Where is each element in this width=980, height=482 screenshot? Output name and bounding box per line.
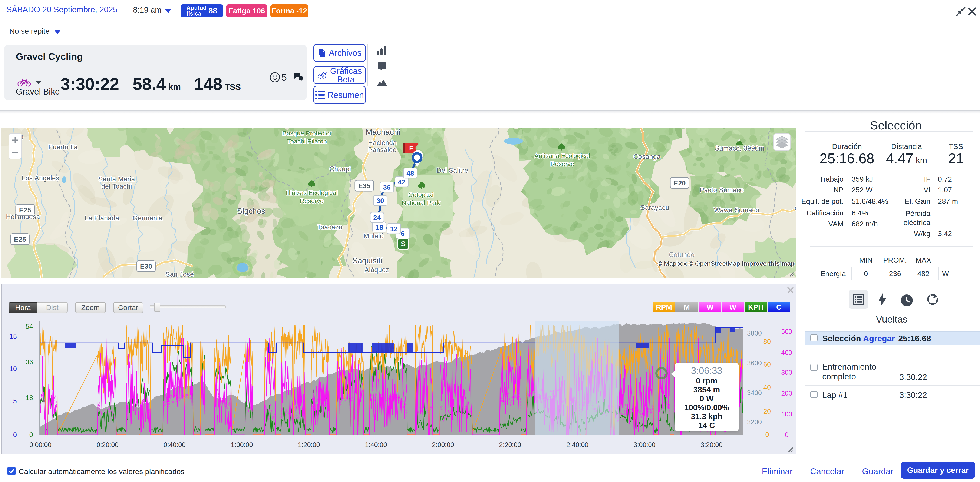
svg-text:Reserve: Reserve [550,160,574,167]
svg-text:Wawa Sumaco: Wawa Sumaco [714,206,759,214]
svg-text:0:40:00: 0:40:00 [164,441,185,449]
svg-text:Reserve: Reserve [300,197,324,204]
svg-text:Machachi: Machachi [366,128,400,137]
svg-text:60: 60 [764,361,771,368]
svg-text:40: 40 [764,383,771,391]
svg-text:42: 42 [398,178,406,186]
svg-text:E25: E25 [19,206,31,214]
svg-text:0: 0 [13,431,17,439]
svg-text:3400: 3400 [747,389,762,397]
svg-text:Chaupi: Chaupi [329,165,351,173]
svg-text:S: S [401,240,406,248]
svg-text:© Mapbox © OpenStreetMap Impro: © Mapbox © OpenStreetMap Improve this ma… [657,260,795,267]
svg-text:5: 5 [13,398,17,405]
svg-text:0: 0 [765,431,769,438]
svg-text:3:20:00: 3:20:00 [700,441,722,449]
svg-text:3600: 3600 [747,360,762,367]
svg-text:0: 0 [29,431,33,439]
svg-text:0:00:00: 0:00:00 [29,441,51,449]
svg-text:1:00:00: 1:00:00 [231,441,253,449]
svg-text:54: 54 [26,323,33,330]
svg-text:San José: San José [165,270,194,278]
svg-text:Germania: Germania [133,215,162,222]
svg-text:E30: E30 [140,262,152,270]
svg-text:Saquisilí: Saquisilí [353,256,383,265]
svg-text:2:40:00: 2:40:00 [566,441,588,449]
svg-text:36: 36 [26,358,33,366]
svg-text:3:00:00: 3:00:00 [633,441,655,449]
svg-text:18: 18 [375,224,383,231]
svg-text:Sarayacu: Sarayacu [641,204,669,212]
svg-text:Antisana Ecological: Antisana Ecological [535,152,590,159]
svg-text:300: 300 [781,369,792,376]
svg-text:Aláquez: Aláquez [364,266,389,274]
svg-text:10: 10 [10,365,17,372]
svg-text:36: 36 [383,183,391,191]
svg-text:Cosanga: Cosanga [633,153,661,160]
svg-text:500: 500 [781,328,792,335]
svg-text:1:40:00: 1:40:00 [365,441,387,449]
svg-text:E25: E25 [14,235,26,243]
svg-text:Bosque Protector: Bosque Protector [282,130,332,137]
svg-text:E35: E35 [358,182,371,190]
svg-text:Cotundo: Cotundo [669,251,695,258]
svg-text:Del Salitre: Del Salitre [437,167,468,174]
svg-text:Pacto Sumaco: Pacto Sumaco [700,186,744,194]
svg-text:15: 15 [10,333,17,340]
svg-text:Mulaló: Mulaló [364,232,383,240]
svg-text:200: 200 [781,390,792,397]
svg-text:Toachi Pilaton: Toachi Pilaton [287,138,327,145]
svg-text:La Planada: La Planada [85,215,119,222]
svg-text:del Toachi: del Toachi [101,183,132,190]
svg-text:2:20:00: 2:20:00 [499,441,521,449]
svg-text:Puerto Ila: Puerto Ila [48,143,78,151]
svg-text:24: 24 [373,214,381,221]
svg-text:6: 6 [401,230,404,237]
svg-text:12: 12 [390,225,398,233]
svg-text:Sigchos: Sigchos [237,207,265,215]
svg-text:48: 48 [406,169,414,177]
svg-text:F: F [409,145,413,151]
svg-text:0:20:00: 0:20:00 [97,441,118,449]
svg-text:400: 400 [781,349,792,356]
svg-text:100: 100 [781,410,792,418]
svg-text:1:20:00: 1:20:00 [298,441,320,449]
svg-text:20: 20 [764,408,771,415]
svg-text:Santa Maria: Santa Maria [99,175,135,183]
svg-text:3200: 3200 [747,418,762,426]
svg-text:E20: E20 [674,179,686,187]
svg-text:Toacazo: Toacazo [317,223,342,231]
svg-text:Hacienda: Hacienda [368,139,397,146]
svg-text:0: 0 [785,431,788,439]
svg-text:Cotopaxi: Cotopaxi [408,191,433,198]
svg-text:National Park: National Park [402,199,440,206]
svg-text:Pansaleo: Pansaleo [368,146,396,153]
svg-text:18: 18 [26,394,33,401]
svg-text:30: 30 [376,197,384,205]
svg-text:Los Ángeles: Los Ángeles [22,174,59,182]
svg-text:2:00:00: 2:00:00 [432,441,454,449]
svg-text:Illinizas Ecological: Illinizas Ecological [286,189,337,196]
svg-text:3800: 3800 [747,329,762,337]
svg-text:Sumaco, 3990m: Sumaco, 3990m [715,145,764,152]
svg-text:80: 80 [764,338,771,345]
